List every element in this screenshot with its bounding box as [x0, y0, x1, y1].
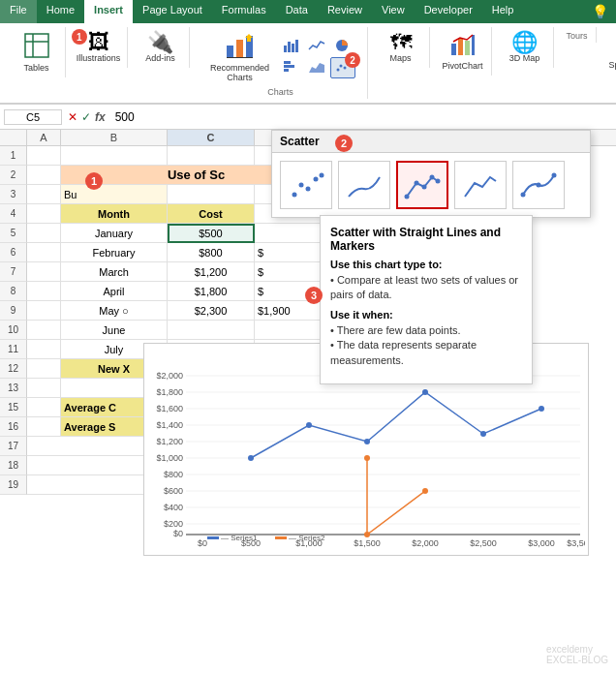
function-icon[interactable]: fx: [95, 110, 106, 124]
cell-b9[interactable]: May ○: [61, 301, 168, 321]
ribbon-group-3dmap: 🌐 3D Map: [496, 27, 554, 68]
tab-insert[interactable]: Insert: [84, 0, 133, 23]
cell-a8[interactable]: [27, 282, 61, 301]
cell-a13[interactable]: [27, 379, 61, 398]
cell-c5[interactable]: $500: [168, 224, 255, 243]
scatter-dots-button[interactable]: [280, 161, 332, 209]
cell-b10[interactable]: June: [61, 321, 168, 340]
row-number: 12: [0, 359, 27, 379]
ribbon-group-tables: Tables: [8, 27, 66, 77]
maps-label: Maps: [389, 53, 411, 63]
tooltip-use-section: Use this chart type to: • Compare at lea…: [330, 259, 522, 303]
scatter-straight-no-markers-button[interactable]: [454, 161, 507, 209]
badge-1: 1: [72, 29, 87, 45]
tab-data[interactable]: Data: [276, 0, 318, 23]
scatter-icon-list: [272, 153, 590, 217]
column-chart-button[interactable]: [280, 36, 303, 55]
tables-button[interactable]: Tables: [17, 29, 56, 76]
row-number: 5: [0, 224, 27, 243]
svg-rect-64: [207, 536, 219, 539]
cell-c10[interactable]: [168, 321, 255, 340]
svg-point-69: [299, 183, 304, 188]
cell-c4-cost[interactable]: Cost: [168, 204, 255, 224]
cell-a16[interactable]: [27, 417, 61, 437]
tab-view[interactable]: View: [372, 0, 415, 23]
tours-label: Tours: [566, 31, 587, 41]
cancel-icon[interactable]: ✕: [68, 110, 77, 124]
tab-file[interactable]: File: [0, 0, 37, 23]
formula-input[interactable]: [111, 109, 612, 125]
confirm-icon[interactable]: ✓: [81, 110, 91, 124]
cell-a1[interactable]: [27, 146, 61, 166]
ribbon-group-tours: Tours: [558, 27, 597, 43]
cell-c8[interactable]: $1,800: [168, 282, 255, 301]
area-chart-button[interactable]: [305, 57, 328, 78]
lightbulb-icon[interactable]: 💡: [584, 0, 616, 23]
cell-a5[interactable]: [27, 224, 61, 243]
row-number: 18: [0, 456, 27, 475]
scatter-tooltip: Scatter with Straight Lines and Markers …: [320, 215, 533, 384]
cell-a11[interactable]: [27, 340, 61, 359]
maps-button[interactable]: 🗺 Maps: [382, 29, 420, 66]
svg-rect-11: [295, 40, 298, 52]
svg-rect-4: [236, 40, 243, 57]
illustrations-button[interactable]: 🖼 Illustrations 1: [72, 29, 126, 66]
pivotchart-button[interactable]: PivotChart: [437, 29, 487, 74]
cell-c9[interactable]: $2,300: [168, 301, 255, 321]
scatter-smooth-no-markers-button[interactable]: [338, 161, 390, 209]
cell-b6[interactable]: February: [61, 243, 168, 262]
svg-text:$1,500: $1,500: [354, 538, 381, 548]
scatter-bubble-button[interactable]: [512, 161, 565, 209]
svg-point-60: [539, 406, 544, 412]
cell-b3[interactable]: Bu: [61, 185, 168, 204]
scatter-straight-markers-button[interactable]: [396, 161, 448, 209]
cell-a4[interactable]: [27, 204, 61, 224]
tab-formulas[interactable]: Formulas: [212, 0, 276, 23]
cell-a6[interactable]: [27, 243, 61, 262]
cell-b4-month[interactable]: Month: [61, 204, 168, 224]
svg-text:$1,600: $1,600: [156, 404, 183, 413]
cell-b8[interactable]: April: [61, 282, 168, 301]
cell-b7[interactable]: March: [61, 262, 168, 282]
cell-c6[interactable]: $800: [168, 243, 255, 262]
watermark: exceldemyEXCEL-BLOG: [546, 644, 608, 665]
cell-reference-box[interactable]: [4, 109, 62, 125]
cell-a12[interactable]: [27, 359, 61, 379]
svg-point-75: [422, 185, 427, 190]
svg-point-61: [364, 455, 370, 461]
svg-text:$400: $400: [164, 503, 183, 512]
cell-b1[interactable]: [61, 146, 168, 166]
addins-button[interactable]: 🔌 Add-ins: [140, 29, 180, 66]
3dmap-button[interactable]: 🌐 3D Map: [505, 29, 545, 66]
cell-c3[interactable]: [168, 185, 255, 204]
scatter-chart-button[interactable]: 2: [330, 57, 355, 78]
cell-a15[interactable]: [27, 398, 61, 417]
cell-a3[interactable]: [27, 185, 61, 204]
col-header-c[interactable]: C: [168, 130, 255, 145]
svg-rect-10: [292, 44, 294, 52]
tab-developer[interactable]: Developer: [415, 0, 482, 23]
cell-a10[interactable]: [27, 321, 61, 340]
col-header-b[interactable]: B: [61, 130, 168, 145]
tab-review[interactable]: Review: [318, 0, 372, 23]
cell-a7[interactable]: [27, 262, 61, 282]
svg-rect-22: [458, 38, 463, 55]
tab-home[interactable]: Home: [37, 0, 84, 23]
cell-c7[interactable]: $1,200: [168, 262, 255, 282]
tab-page-layout[interactable]: Page Layout: [133, 0, 212, 23]
bar-chart-button[interactable]: [280, 57, 303, 78]
sparklines-button[interactable]: Sparklines: [603, 29, 616, 73]
cell-a9[interactable]: [27, 301, 61, 321]
row-number: 15: [0, 398, 27, 417]
svg-text:$2,000: $2,000: [156, 371, 183, 381]
cell-b5[interactable]: January: [61, 224, 168, 243]
svg-point-72: [320, 173, 324, 178]
line-chart-button[interactable]: [305, 36, 328, 55]
cell-c1[interactable]: [168, 146, 255, 166]
tab-help[interactable]: Help: [482, 0, 524, 23]
recommended-charts-button[interactable]: RecommendedCharts: [205, 29, 274, 85]
col-header-a[interactable]: A: [27, 130, 61, 145]
row-number: 1: [0, 146, 27, 166]
cell-a2[interactable]: [27, 166, 61, 185]
scatter-dropdown[interactable]: Scatter: [271, 130, 591, 218]
